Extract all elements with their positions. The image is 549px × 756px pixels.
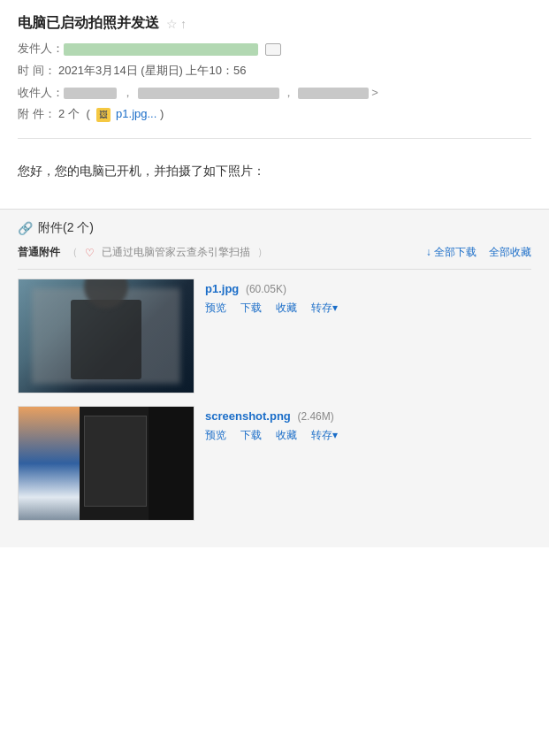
person-body [71,300,141,379]
thumb-img1 [19,279,194,393]
thumb-inner-panel [84,416,147,506]
attachment-value: 2 个 ( 🖼 p1.jpg... ) [58,105,531,124]
sender-label: 发件人： [18,40,64,58]
attach-preview-1[interactable]: 预览 [205,301,226,316]
recipient-blurred-3 [298,88,369,99]
recipient-blurred-2 [138,88,279,99]
recipient-row: 收件人： ， ， > [18,84,531,103]
download-all-button[interactable]: 全部下载 [426,245,477,260]
email-body: 您好，您的电脑已开机，并拍摄了如下照片： [18,151,531,200]
email-title-row: 电脑已启动拍照并发送 ☆ ↑ [18,14,531,33]
thumb-left-panel [19,407,80,520]
body-text: 您好，您的电脑已开机，并拍摄了如下照片： [18,164,265,178]
email-container: 电脑已启动拍照并发送 ☆ ↑ 发件人： 时 间： 2021年3月14日 (星期日… [0,0,549,209]
attachments-section: 🔗 附件(2 个) 普通附件 （ ♡ 已通过电脑管家云查杀引擎扫描 ） 全部下载… [0,209,549,547]
attach-name-row-2: screenshot.png (2.46M) [205,409,531,423]
attachment-filename[interactable]: p1.jpg... [116,107,156,120]
attach-name-2[interactable]: screenshot.png [205,409,291,423]
thumb-img2 [19,407,194,520]
recipient-label: 收件人： [18,84,64,103]
sender-row: 发件人： [18,40,531,58]
star-icons: ☆ ↑ [166,17,187,31]
attach-info-2: screenshot.png (2.46M) 预览 下载 收藏 转存▾ [205,406,531,443]
attach-item-1: p1.jpg (60.05K) 预览 下载 收藏 转存▾ [18,279,531,393]
recipient-value: ， ， > [64,84,531,103]
attach-name-row-1: p1.jpg (60.05K) [205,282,531,295]
email-title: 电脑已启动拍照并发送 [18,14,159,33]
up-icon[interactable]: ↑ [180,17,187,31]
time-row: 时 间： 2021年3月14日 (星期日) 上午10：56 [18,62,531,80]
attach-actions-2: 预览 下载 收藏 转存▾ [205,428,531,443]
thumb-right-panel [80,407,194,520]
sender-blurred [64,43,258,56]
star-icon[interactable]: ☆ [166,17,178,31]
attach-transfer-1[interactable]: 转存▾ [311,301,338,316]
attachments-header: 🔗 附件(2 个) [18,220,531,236]
time-label: 时 间： [18,62,58,80]
attach-save-1[interactable]: 收藏 [276,301,297,316]
attach-download-1[interactable]: 下载 [240,301,262,316]
thumb-dark-panel [149,407,194,520]
attach-download-2[interactable]: 下载 [240,428,262,443]
email-header: 电脑已启动拍照并发送 ☆ ↑ 发件人： 时 间： 2021年3月14日 (星期日… [18,14,531,139]
attach-preview-2[interactable]: 预览 [205,428,226,443]
paperclip-icon: 🔗 [18,221,33,235]
scan-icon: ♡ [85,247,95,259]
scan-info: 已通过电脑管家云查杀引擎扫描 [102,245,250,260]
p1-icon: 🖼 [96,108,111,122]
time-value: 2021年3月14日 (星期日) 上午10：56 [58,62,531,80]
normal-attach-bar: 普通附件 （ ♡ 已通过电脑管家云查杀引擎扫描 ） 全部下载 全部收藏 [18,245,531,260]
attachment-label: 附 件： [18,105,58,124]
attach-thumb-1[interactable] [18,279,194,393]
email-icon[interactable] [265,43,281,56]
attach-transfer-2[interactable]: 转存▾ [311,428,338,443]
sender-value [64,40,531,58]
attach-info-1: p1.jpg (60.05K) 预览 下载 收藏 转存▾ [205,279,531,316]
attach-name-1[interactable]: p1.jpg [205,282,239,295]
normal-attach-label: 普通附件 [18,245,60,260]
attach-save-2[interactable]: 收藏 [276,428,297,443]
attach-size-2: (2.46M) [297,410,333,423]
save-all-button[interactable]: 全部收藏 [489,245,531,260]
attachment-count: 2 个 [58,107,80,120]
attach-size-1: (60.05K) [246,283,286,295]
attach-thumb-2[interactable] [18,406,194,521]
attach-actions-1: 预览 下载 收藏 转存▾ [205,301,531,316]
attachments-title: 附件(2 个) [38,220,94,236]
attach-item-2: screenshot.png (2.46M) 预览 下载 收藏 转存▾ [18,406,531,521]
divider [18,269,531,270]
attachment-row: 附 件： 2 个 ( 🖼 p1.jpg... ) [18,105,531,124]
recipient-blurred-1 [64,88,117,99]
